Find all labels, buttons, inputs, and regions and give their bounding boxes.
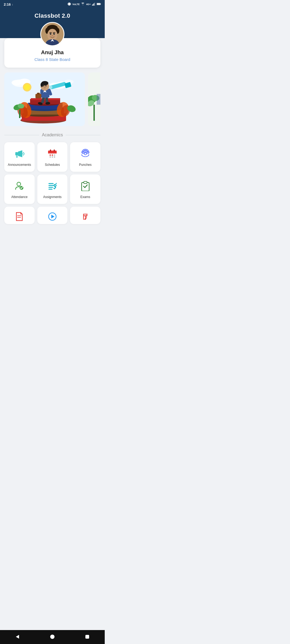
- svg-rect-90: [50, 149, 51, 152]
- fingerprint-svg: [80, 149, 90, 159]
- svg-point-82: [22, 153, 23, 155]
- attendance-item[interactable]: Attendance: [4, 174, 35, 204]
- announcements-item[interactable]: Announcements: [4, 142, 35, 172]
- status-bar: 2:16 ↓ VoLTE 4G+: [0, 0, 105, 9]
- academics-section: Academics Announcements: [0, 133, 105, 224]
- vibrate-icon: [67, 2, 71, 6]
- doc-icon-svg: [15, 212, 24, 221]
- download-icon: ↓: [12, 3, 13, 6]
- svg-rect-1: [70, 3, 71, 5]
- svg-rect-2: [68, 3, 70, 6]
- svg-rect-80: [15, 152, 18, 155]
- assignments-item[interactable]: Assignments: [37, 174, 68, 204]
- play-item[interactable]: [37, 207, 68, 224]
- svg-point-72: [43, 85, 44, 86]
- svg-point-71: [41, 83, 43, 87]
- svg-rect-89: [48, 152, 57, 153]
- academics-grid-row2: Attendance Assignments: [4, 174, 100, 204]
- schedules-item[interactable]: Schedules: [37, 142, 68, 172]
- svg-point-97: [54, 156, 55, 158]
- profile-class: Class 8 State Board: [10, 57, 95, 62]
- profile-name: Anuj Jha: [10, 49, 95, 56]
- profile-section: Anuj Jha Class 8 State Board: [4, 22, 100, 68]
- status-time: 2:16 ↓: [4, 2, 13, 6]
- punches-icon: [80, 149, 90, 160]
- svg-point-35: [24, 84, 30, 90]
- punches-label: Punches: [79, 163, 92, 167]
- svg-point-20: [50, 33, 51, 34]
- svg-point-94: [54, 154, 55, 156]
- status-icons: VoLTE 4G+: [67, 2, 101, 6]
- assignments-icon: [47, 181, 57, 192]
- svg-point-73: [45, 85, 46, 86]
- exams-svg: [80, 181, 90, 191]
- svg-rect-75: [93, 105, 95, 121]
- doc-item[interactable]: [4, 207, 35, 224]
- svg-rect-9: [97, 3, 100, 5]
- announcements-icon: [14, 149, 24, 160]
- svg-marker-111: [51, 215, 55, 218]
- banner-card-partial: [88, 72, 100, 126]
- exams-item[interactable]: Exams: [70, 174, 100, 204]
- app-title: Classbot 2.0: [0, 12, 105, 19]
- svg-rect-64: [37, 93, 40, 94]
- schedules-label: Schedules: [45, 163, 60, 167]
- attendance-svg: [14, 181, 24, 191]
- svg-point-22: [52, 35, 53, 36]
- announcements-label: Announcements: [8, 163, 31, 167]
- svg-rect-81: [16, 155, 18, 158]
- avatar-wrapper: [4, 22, 100, 46]
- attendance-icon: [14, 181, 24, 192]
- exams-icon: [80, 181, 90, 192]
- svg-point-14: [47, 29, 57, 41]
- svg-rect-8: [100, 3, 101, 4]
- svg-rect-6: [95, 3, 95, 6]
- banner-container[interactable]: [4, 72, 100, 126]
- svg-rect-51: [19, 110, 20, 118]
- svg-point-19: [53, 33, 55, 35]
- assignments-label: Assignments: [43, 195, 62, 199]
- signal-bars-icon: [92, 2, 95, 6]
- volte-icon: VoLTE: [73, 3, 80, 6]
- svg-rect-3: [92, 5, 93, 6]
- avatar-image: [41, 22, 64, 46]
- svg-rect-79: [97, 94, 100, 105]
- punches-item[interactable]: Punches: [70, 142, 100, 172]
- svg-rect-4: [93, 4, 93, 6]
- svg-point-21: [54, 33, 55, 34]
- svg-rect-91: [54, 149, 55, 152]
- svg-rect-107: [84, 182, 87, 183]
- assignments-svg: [47, 181, 57, 191]
- academics-grid-row1: Announcements: [4, 142, 100, 172]
- svg-point-25: [51, 37, 54, 38]
- section-header: Academics: [4, 133, 100, 137]
- time-display: 2:16: [4, 2, 11, 6]
- svg-rect-0: [68, 3, 68, 5]
- rupee-icon-svg: [81, 212, 90, 221]
- svg-point-92: [49, 154, 51, 156]
- academics-title: Academics: [42, 133, 63, 137]
- svg-point-99: [17, 182, 21, 186]
- section-line-left: [4, 135, 39, 135]
- svg-point-93: [52, 154, 53, 156]
- signal-4g-icon: 4G+: [86, 3, 91, 6]
- section-line-right: [66, 135, 100, 135]
- svg-rect-5: [94, 3, 94, 6]
- rupee-item[interactable]: [70, 207, 100, 224]
- attendance-label: Attendance: [11, 195, 28, 199]
- calendar-svg: [47, 149, 57, 159]
- banner-partial-illustration: [88, 72, 100, 126]
- banner-illustration: [4, 72, 85, 126]
- academics-grid-row3: [4, 207, 100, 224]
- megaphone-svg: [14, 149, 24, 159]
- schedules-icon: [47, 149, 57, 160]
- play-icon-svg: [48, 212, 57, 221]
- svg-point-18: [50, 33, 52, 35]
- battery-icon: [97, 2, 101, 6]
- avatar: [40, 22, 64, 46]
- wifi-icon: [81, 2, 85, 6]
- banner-section[interactable]: [0, 72, 105, 126]
- svg-point-96: [52, 156, 53, 158]
- banner-card-main[interactable]: [4, 72, 85, 126]
- svg-point-98: [84, 153, 86, 155]
